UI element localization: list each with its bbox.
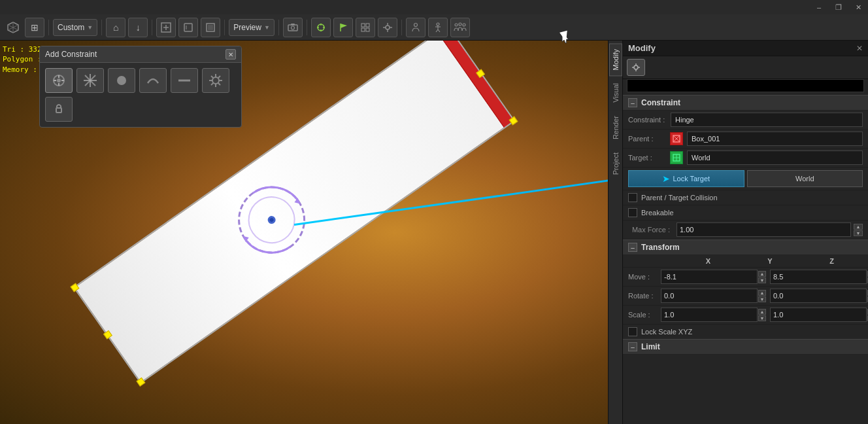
divider4 xyxy=(224,20,225,35)
constraint-icon-6[interactable] xyxy=(45,97,73,122)
world-label: World xyxy=(795,175,814,183)
lock-target-label: Lock Target xyxy=(673,175,710,183)
scale-y-input[interactable] xyxy=(770,308,867,322)
import-button[interactable]: ↓ xyxy=(128,18,148,37)
max-force-down[interactable]: ▼ xyxy=(854,230,863,236)
world-button[interactable]: World xyxy=(747,170,863,187)
select-button[interactable] xyxy=(311,18,331,37)
dialog-close-button[interactable]: ✕ xyxy=(225,49,236,60)
close-button[interactable]: ✕ xyxy=(848,0,868,14)
arrow-icon: ➤ xyxy=(662,173,670,184)
titlebar: – ❐ ✕ xyxy=(0,0,868,14)
vtab-project[interactable]: Project xyxy=(609,147,622,181)
limit-section-header[interactable]: – Limit xyxy=(623,339,868,355)
limit-collapse-button[interactable]: – xyxy=(628,342,637,351)
scale-row: Scale : ▲ ▼ ▲ ▼ ▲ ▼ xyxy=(623,306,868,325)
rotate-y-input[interactable] xyxy=(770,289,867,303)
scale-y-field: ▲ ▼ xyxy=(770,308,868,322)
maximize-button[interactable]: ❐ xyxy=(829,0,848,14)
svg-rect-20 xyxy=(361,24,365,27)
transform-section-header[interactable]: – Transform xyxy=(623,239,868,255)
panel-close-button[interactable]: ✕ xyxy=(856,44,863,53)
lock-scale-checkbox[interactable] xyxy=(628,327,637,336)
transform-button[interactable] xyxy=(378,18,397,37)
right-panel: Modify Visual Render Project Modify ✕ xyxy=(608,41,868,424)
scale-x-down[interactable]: ▼ xyxy=(758,315,766,321)
breakable-row: Breakable xyxy=(623,205,868,221)
parent-collision-row: Parent / Target Collision xyxy=(623,190,868,205)
parent-collision-checkbox[interactable] xyxy=(628,193,637,202)
svg-rect-9 xyxy=(208,25,213,30)
svg-rect-22 xyxy=(361,28,365,31)
svg-marker-19 xyxy=(341,24,347,28)
xyz-spacer xyxy=(628,257,677,265)
max-force-input[interactable] xyxy=(676,222,851,237)
rotate-x-down[interactable]: ▼ xyxy=(758,296,766,302)
home-button[interactable]: ⌂ xyxy=(106,18,125,37)
flag-button[interactable] xyxy=(333,18,353,37)
person-button[interactable] xyxy=(406,18,426,37)
parent-label: Parent : xyxy=(628,135,666,143)
constraint-icon-0[interactable] xyxy=(45,68,73,93)
move-y-input[interactable] xyxy=(770,270,867,284)
move-x-up[interactable]: ▲ xyxy=(758,271,766,277)
grid-button[interactable] xyxy=(356,18,375,37)
crowd-button[interactable] xyxy=(450,18,470,37)
constraint-collapse-button[interactable]: – xyxy=(628,98,637,107)
move-x-input[interactable] xyxy=(661,270,758,284)
constraint-section-title: Constraint xyxy=(641,98,680,107)
transform-section-title: Transform xyxy=(641,243,680,252)
lock-target-button[interactable]: ➤ Lock Target xyxy=(628,170,744,187)
dialog-title: Add Constraint xyxy=(45,50,97,59)
parent-input[interactable] xyxy=(687,132,863,146)
modify-settings-icon[interactable] xyxy=(627,59,645,76)
dropdown-arrow: ▼ xyxy=(87,24,93,31)
modify-icons-row xyxy=(623,56,868,79)
move-y-field: ▲ ▼ xyxy=(770,270,868,284)
viewport[interactable]: Tri : 332 Polygon : 0 Memory : 0.3/8.1GB… xyxy=(0,41,608,424)
svg-point-36 xyxy=(459,23,461,26)
constraint-icon-1[interactable] xyxy=(76,68,104,93)
rotate-x-up[interactable]: ▲ xyxy=(758,290,766,296)
scale-x-input[interactable] xyxy=(661,308,758,322)
constraint-icon-5[interactable] xyxy=(202,68,229,93)
move-x-down[interactable]: ▼ xyxy=(758,277,766,283)
max-force-label: Max Force : xyxy=(628,226,674,234)
y-header: Y xyxy=(739,257,801,265)
z-header: Z xyxy=(801,257,863,265)
object-button[interactable] xyxy=(178,18,198,37)
vtab-modify[interactable]: Modify xyxy=(609,43,622,76)
rig-button[interactable] xyxy=(428,18,448,37)
svg-rect-6 xyxy=(184,24,192,31)
constraint-type-input[interactable] xyxy=(671,113,863,127)
constraint-icon-3[interactable] xyxy=(139,68,167,93)
preview-button[interactable]: Preview ▼ xyxy=(229,19,275,36)
move-x-field: ▲ ▼ xyxy=(661,270,769,284)
svg-rect-23 xyxy=(366,28,369,31)
custom-dropdown[interactable]: Custom ▼ xyxy=(53,19,97,36)
scale-x-up[interactable]: ▲ xyxy=(758,309,766,315)
rotate-x-input[interactable] xyxy=(661,289,758,303)
minimize-button[interactable]: – xyxy=(809,0,829,14)
breakable-checkbox[interactable] xyxy=(628,208,637,217)
render-icon-button[interactable] xyxy=(201,18,220,37)
parent-collision-label: Parent / Target Collision xyxy=(641,194,718,202)
layout-button[interactable]: ⊞ xyxy=(25,18,44,37)
preview-label: Preview xyxy=(233,23,261,32)
constraint-section-header[interactable]: – Constraint xyxy=(623,95,868,111)
constraint-icon-2[interactable] xyxy=(108,68,135,93)
target-input[interactable] xyxy=(687,150,863,165)
max-force-up[interactable]: ▲ xyxy=(854,224,863,230)
dialog-titlebar: Add Constraint ✕ xyxy=(40,46,241,63)
constraint-icon-4[interactable] xyxy=(171,68,198,93)
camera-button[interactable] xyxy=(283,18,303,37)
vtab-visual[interactable]: Visual xyxy=(609,77,622,109)
svg-point-24 xyxy=(386,26,390,29)
svg-line-55 xyxy=(211,76,214,79)
svg-point-30 xyxy=(437,23,439,26)
svg-point-48 xyxy=(117,76,126,85)
vtab-render[interactable]: Render xyxy=(609,110,622,145)
transform-collapse-button[interactable]: – xyxy=(628,243,637,252)
add-button[interactable] xyxy=(156,18,176,37)
svg-point-66 xyxy=(634,65,638,69)
